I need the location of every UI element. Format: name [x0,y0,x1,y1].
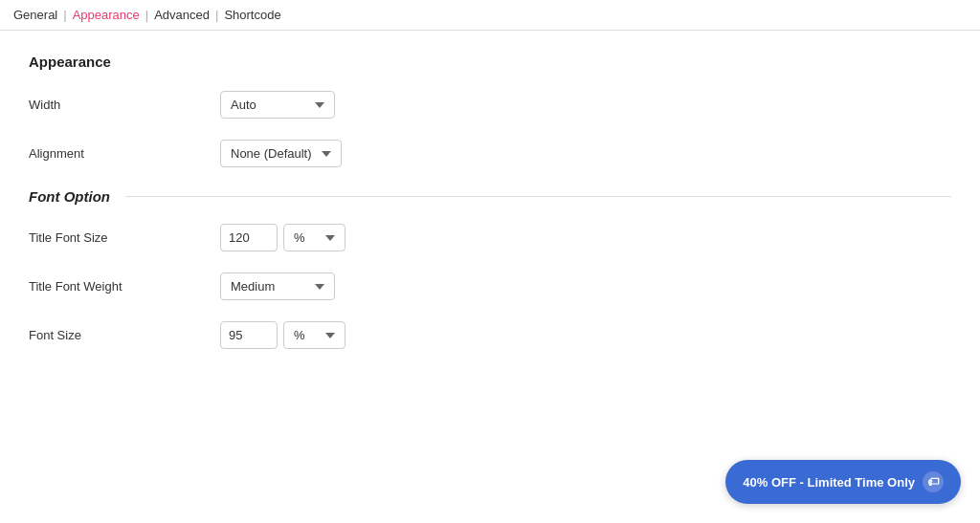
title-font-weight-label: Title Font Weight [29,279,220,294]
title-font-weight-row: Title Font Weight Thin Light Regular Med… [29,272,951,300]
width-select[interactable]: Auto 100% Custom [220,91,335,119]
nav-separator-1: | [63,8,66,22]
font-size-row: Font Size % px em [29,321,951,349]
width-label: Width [29,98,220,112]
nav-item-advanced[interactable]: Advanced [154,6,210,24]
main-content: Appearance Width Auto 100% Custom Alignm… [0,31,980,509]
promo-label: 40% OFF - Limited Time Only [743,475,915,490]
font-size-unit-select[interactable]: % px em [283,321,345,349]
font-size-control: % px em [220,321,345,349]
title-font-weight-select[interactable]: Thin Light Regular Medium Semi Bold Bold… [220,272,335,300]
nav-separator-3: | [215,8,218,22]
title-font-size-label: Title Font Size [29,230,220,245]
width-row: Width Auto 100% Custom [29,91,951,119]
section-title-appearance: Appearance [29,54,951,70]
title-font-weight-control: Thin Light Regular Medium Semi Bold Bold… [220,272,335,300]
font-option-section: Font Option [29,188,951,205]
alignment-row: Alignment None (Default) Left Center Rig… [29,140,951,167]
font-option-divider [125,196,951,197]
nav-item-shortcode[interactable]: Shortcode [224,6,280,24]
nav-item-general[interactable]: General [13,6,57,24]
top-nav: General | Appearance | Advanced | Shortc… [0,0,980,31]
width-control: Auto 100% Custom [220,91,335,119]
title-font-size-input[interactable] [220,224,278,251]
promo-icon: 🏷 [923,471,944,492]
alignment-control: None (Default) Left Center Right [220,140,342,167]
alignment-select[interactable]: None (Default) Left Center Right [220,140,342,167]
font-size-label: Font Size [29,328,220,342]
title-font-size-control: % px em [220,224,345,251]
font-size-input[interactable] [220,321,278,349]
title-font-size-row: Title Font Size % px em [29,224,951,251]
font-option-title: Font Option [29,188,110,205]
promo-badge[interactable]: 40% OFF - Limited Time Only 🏷 [725,460,961,504]
alignment-label: Alignment [29,146,220,161]
nav-separator-2: | [145,8,148,22]
font-option-header: Font Option [29,188,951,205]
title-font-size-unit-select[interactable]: % px em [283,224,345,251]
nav-item-appearance[interactable]: Appearance [73,6,140,24]
